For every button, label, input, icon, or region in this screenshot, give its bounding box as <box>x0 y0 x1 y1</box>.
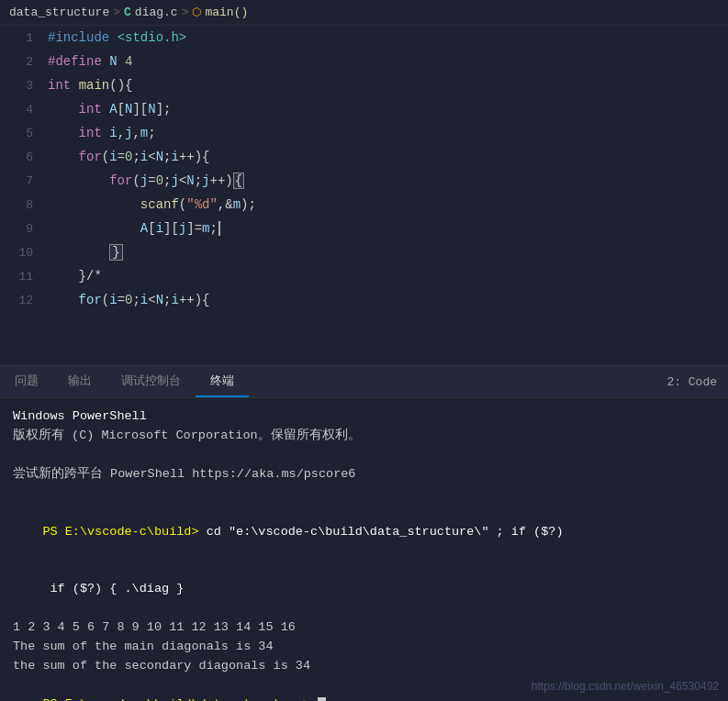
line-code-12: for(i=0;i<N;i++){ <box>48 288 210 312</box>
line-num-4: 4 <box>0 98 48 122</box>
tab-output[interactable]: 输出 <box>53 366 106 397</box>
terminal-output1: 1 2 3 4 5 6 7 8 9 10 11 12 13 14 15 16 <box>13 618 715 638</box>
code-line-12: 12 for(i=0;i<N;i++){ <box>0 288 728 312</box>
line-num-6: 6 <box>0 146 48 170</box>
code-line-11: 11 }/* <box>0 264 728 288</box>
line-code-2: #define N 4 <box>48 50 132 73</box>
terminal-copyright: 版权所有 (C) Microsoft Corporation。保留所有权利。 <box>13 427 715 446</box>
line-code-8: scanf("%d",&m); <box>48 193 256 217</box>
terminal-empty2 <box>13 484 715 504</box>
line-num-9: 9 <box>0 217 48 241</box>
line-code-7: for(j=0;j<N;j++){ <box>48 169 244 193</box>
terminal-cursor <box>318 697 326 701</box>
terminal-empty1 <box>13 446 715 465</box>
code-line-6: 6 for(i=0;i<N;i++){ <box>0 145 728 169</box>
terminal-cmd1-text: cd "e:\vscode-c\build\data_structure\" ;… <box>207 525 564 539</box>
code-line-8: 8 scanf("%d",&m); <box>0 193 728 217</box>
panel-tabs: 问题 输出 调试控制台 终端 2: Code <box>0 365 728 398</box>
code-line-7: 7 for(j=0;j<N;j++){ <box>0 169 728 193</box>
line-code-10: } <box>48 240 123 264</box>
breadcrumb-func-icon: ⬡ <box>192 6 201 19</box>
terminal-output3: the sum of the secondary diagonals is 34 <box>13 657 715 676</box>
line-num-11: 11 <box>0 265 48 289</box>
terminal: Windows PowerShell 版权所有 (C) Microsoft Co… <box>0 398 728 701</box>
line-num-10: 10 <box>0 241 48 265</box>
breadcrumb-funcname: main() <box>205 6 248 19</box>
line-code-4: int A[N][N]; <box>48 97 171 121</box>
breadcrumb-sep2: > <box>182 6 189 19</box>
line-num-7: 7 <box>0 170 48 194</box>
breadcrumb-filename[interactable]: diag.c <box>135 6 178 19</box>
terminal-title: Windows PowerShell <box>13 407 715 427</box>
terminal-cmd1: PS E:\vscode-c\build> cd "e:\vscode-c\bu… <box>13 504 715 562</box>
line-code-11: }/* <box>48 264 102 288</box>
terminal-cmd1b-text: if ($?) { .\diag } <box>42 582 184 595</box>
tab-problems[interactable]: 问题 <box>0 366 53 397</box>
line-num-1: 1 <box>0 27 48 50</box>
line-code-6: for(i=0;i<N;i++){ <box>48 145 210 169</box>
line-code-5: int i,j,m; <box>48 121 156 145</box>
code-line-9: 9 A[i][j]=m; <box>0 217 728 240</box>
code-editor: 1 #include <stdio.h> 2 #define N 4 3 int… <box>0 26 728 365</box>
code-lines: 1 #include <stdio.h> 2 #define N 4 3 int… <box>0 26 728 312</box>
terminal-prompt2: PS E:\vscode-c\build\data_structure> <box>42 697 318 701</box>
line-num-12: 12 <box>0 289 48 313</box>
line-num-8: 8 <box>0 194 48 217</box>
tab-debug-console[interactable]: 调试控制台 <box>106 366 196 397</box>
code-line-4: 4 int A[N][N]; <box>0 97 728 121</box>
breadcrumb-filetype: C <box>124 6 131 19</box>
line-num-2: 2 <box>0 50 48 74</box>
code-line-10: 10 } <box>0 240 728 264</box>
terminal-cmd1b: if ($?) { .\diag } <box>13 561 715 618</box>
breadcrumb-folder[interactable]: data_structure <box>9 6 109 19</box>
line-num-5: 5 <box>0 122 48 146</box>
terminal-tip: 尝试新的跨平台 PowerShell https://aka.ms/pscore… <box>13 465 715 484</box>
line-code-1: #include <stdio.h> <box>48 26 186 50</box>
code-line-1: 1 #include <stdio.h> <box>0 26 728 50</box>
panel-right: 2: Code <box>666 375 728 389</box>
tab-terminal[interactable]: 终端 <box>196 366 249 397</box>
code-line-2: 2 #define N 4 <box>0 50 728 73</box>
code-line-3: 3 int main(){ <box>0 73 728 97</box>
line-code-9: A[i][j]=m; <box>48 217 220 240</box>
terminal-output2: The sum of the main diagonals is 34 <box>13 638 715 657</box>
line-num-3: 3 <box>0 74 48 98</box>
watermark: https://blog.csdn.net/weixin_46530492 <box>532 678 719 695</box>
breadcrumb: data_structure > C diag.c > ⬡ main() <box>0 0 728 26</box>
terminal-prompt1: PS E:\vscode-c\build> <box>42 525 206 539</box>
line-code-3: int main(){ <box>48 73 132 97</box>
breadcrumb-sep1: > <box>113 6 120 19</box>
code-line-5: 5 int i,j,m; <box>0 121 728 145</box>
